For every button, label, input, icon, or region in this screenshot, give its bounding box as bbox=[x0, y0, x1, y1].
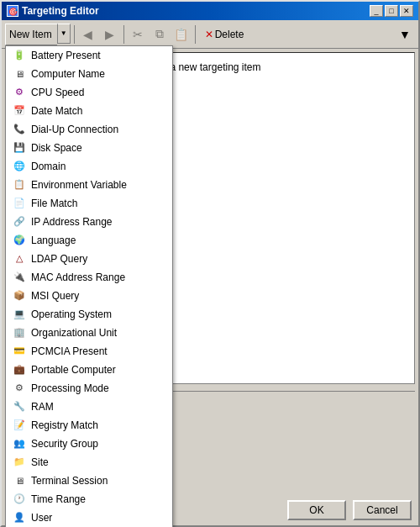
paste-button[interactable]: 📋 bbox=[171, 24, 192, 45]
title-bar-text: 🎯 Targeting Editor bbox=[7, 5, 99, 17]
computer-name-label: Computer Name bbox=[31, 68, 105, 80]
menu-item-ldap-query[interactable]: △LDAP Query bbox=[6, 250, 172, 268]
portable-computer-icon: 💼 bbox=[13, 363, 26, 377]
title-bar: 🎯 Targeting Editor _ □ ✕ bbox=[2, 2, 418, 20]
forward-button[interactable]: ▶ bbox=[100, 24, 120, 45]
new-item-container: New Item ▼ 🔋Battery Present🖥Computer Nam… bbox=[5, 24, 71, 45]
maximize-button[interactable]: □ bbox=[385, 5, 398, 17]
domain-label: Domain bbox=[31, 161, 66, 172]
menu-item-processing-mode[interactable]: ⚙Processing Mode bbox=[6, 379, 172, 398]
registry-match-label: Registry Match bbox=[31, 419, 98, 431]
menu-item-date-match[interactable]: 📅Date Match bbox=[6, 102, 172, 120]
ldap-query-icon: △ bbox=[13, 252, 26, 266]
security-group-label: Security Group bbox=[31, 438, 98, 450]
menu-item-site[interactable]: 📁Site bbox=[6, 453, 172, 472]
menu-item-disk-space[interactable]: 💾Disk Space bbox=[6, 139, 172, 157]
user-icon: 👤 bbox=[13, 511, 26, 524]
language-label: Language bbox=[31, 235, 76, 246]
disk-space-label: Disk Space bbox=[31, 142, 82, 154]
organizational-unit-label: Organizational Unit bbox=[31, 327, 117, 339]
security-group-icon: 👥 bbox=[13, 437, 26, 451]
menu-item-environment-variable[interactable]: 📋Environment Variable bbox=[6, 176, 172, 194]
terminal-session-label: Terminal Session bbox=[31, 475, 108, 487]
processing-mode-icon: ⚙ bbox=[13, 382, 26, 395]
menu-item-file-match[interactable]: 📄File Match bbox=[6, 194, 172, 213]
copy-button[interactable]: ⧉ bbox=[150, 24, 170, 45]
operating-system-label: Operating System bbox=[31, 308, 112, 320]
new-item-label: New Item bbox=[9, 29, 52, 40]
disk-space-icon: 💾 bbox=[13, 141, 26, 155]
menu-item-language[interactable]: 🌍Language bbox=[6, 231, 172, 250]
menu-item-user[interactable]: 👤User bbox=[6, 509, 172, 527]
menu-item-mac-address-range[interactable]: 🔌MAC Address Range bbox=[6, 268, 172, 287]
processing-mode-label: Processing Mode bbox=[31, 382, 109, 394]
time-range-icon: 🕐 bbox=[13, 493, 26, 506]
terminal-session-icon: 🖥 bbox=[13, 474, 26, 487]
msi-query-icon: 📦 bbox=[13, 289, 26, 303]
more-options-button[interactable]: ▼ bbox=[395, 24, 415, 45]
title-controls: _ □ ✕ bbox=[370, 5, 413, 17]
menu-item-dialup-connection[interactable]: 📞Dial-Up Connection bbox=[6, 120, 172, 139]
language-icon: 🌍 bbox=[13, 234, 26, 247]
file-match-icon: 📄 bbox=[13, 197, 26, 210]
new-item-button[interactable]: New Item bbox=[5, 24, 57, 45]
ram-label: RAM bbox=[31, 401, 54, 413]
menu-item-operating-system[interactable]: 💻Operating System bbox=[6, 305, 172, 324]
menu-item-domain[interactable]: 🌐Domain bbox=[6, 157, 172, 176]
environment-variable-label: Environment Variable bbox=[31, 179, 127, 191]
ok-button[interactable]: OK bbox=[287, 500, 346, 520]
battery-present-label: Battery Present bbox=[31, 50, 101, 61]
menu-item-terminal-session[interactable]: 🖥Terminal Session bbox=[6, 472, 172, 490]
menu-item-registry-match[interactable]: 📝Registry Match bbox=[6, 416, 172, 435]
new-item-dropdown-menu: 🔋Battery Present🖥Computer Name⚙CPU Speed… bbox=[5, 45, 173, 528]
date-match-icon: 📅 bbox=[13, 104, 26, 118]
site-icon: 📁 bbox=[13, 456, 26, 469]
toolbar-separator-3 bbox=[195, 25, 196, 44]
mac-address-range-icon: 🔌 bbox=[13, 271, 26, 284]
environment-variable-icon: 📋 bbox=[13, 178, 26, 192]
menu-item-ip-address-range[interactable]: 🔗IP Address Range bbox=[6, 213, 172, 231]
operating-system-icon: 💻 bbox=[13, 308, 26, 321]
toolbar-separator-1 bbox=[74, 25, 75, 44]
cancel-button[interactable]: Cancel bbox=[353, 500, 412, 520]
title-icon: 🎯 bbox=[7, 5, 18, 17]
ldap-query-label: LDAP Query bbox=[31, 253, 87, 265]
menu-item-ram[interactable]: 🔧RAM bbox=[6, 398, 172, 416]
minimize-button[interactable]: _ bbox=[370, 5, 383, 17]
delete-label: Delete bbox=[215, 29, 244, 40]
ip-address-range-label: IP Address Range bbox=[31, 216, 113, 228]
menu-item-pcmcia-present[interactable]: 💳PCMCIA Present bbox=[6, 342, 172, 361]
registry-match-icon: 📝 bbox=[13, 419, 26, 432]
portable-computer-label: Portable Computer bbox=[31, 364, 116, 376]
new-item-dropdown-arrow[interactable]: ▼ bbox=[57, 24, 71, 44]
cpu-speed-label: CPU Speed bbox=[31, 87, 84, 98]
delete-icon: ✕ bbox=[205, 29, 213, 40]
menu-item-time-range[interactable]: 🕐Time Range bbox=[6, 490, 172, 509]
menu-item-security-group[interactable]: 👥Security Group bbox=[6, 435, 172, 453]
menu-item-portable-computer[interactable]: 💼Portable Computer bbox=[6, 361, 172, 379]
close-button[interactable]: ✕ bbox=[400, 5, 413, 17]
pcmcia-present-icon: 💳 bbox=[13, 345, 26, 358]
dialup-connection-icon: 📞 bbox=[13, 123, 26, 136]
menu-item-organizational-unit[interactable]: 🏢Organizational Unit bbox=[6, 324, 172, 342]
ip-address-range-icon: 🔗 bbox=[13, 215, 26, 229]
computer-name-icon: 🖥 bbox=[13, 67, 26, 81]
menu-item-cpu-speed[interactable]: ⚙CPU Speed bbox=[6, 83, 172, 102]
back-button[interactable]: ◀ bbox=[78, 24, 98, 45]
pcmcia-present-label: PCMCIA Present bbox=[31, 345, 108, 357]
domain-icon: 🌐 bbox=[13, 160, 26, 173]
msi-query-label: MSI Query bbox=[31, 290, 79, 302]
menu-item-computer-name[interactable]: 🖥Computer Name bbox=[6, 65, 172, 83]
battery-present-icon: 🔋 bbox=[13, 49, 26, 62]
time-range-label: Time Range bbox=[31, 493, 86, 505]
menu-item-msi-query[interactable]: 📦MSI Query bbox=[6, 287, 172, 305]
site-label: Site bbox=[31, 456, 49, 468]
ram-icon: 🔧 bbox=[13, 400, 26, 414]
date-match-label: Date Match bbox=[31, 105, 82, 117]
menu-item-battery-present[interactable]: 🔋Battery Present bbox=[6, 46, 172, 65]
delete-button[interactable]: ✕ Delete bbox=[199, 26, 250, 43]
mac-address-range-label: MAC Address Range bbox=[31, 271, 125, 283]
toolbar: New Item ▼ 🔋Battery Present🖥Computer Nam… bbox=[2, 20, 418, 49]
cut-button[interactable]: ✂ bbox=[128, 24, 148, 45]
organizational-unit-icon: 🏢 bbox=[13, 326, 26, 340]
